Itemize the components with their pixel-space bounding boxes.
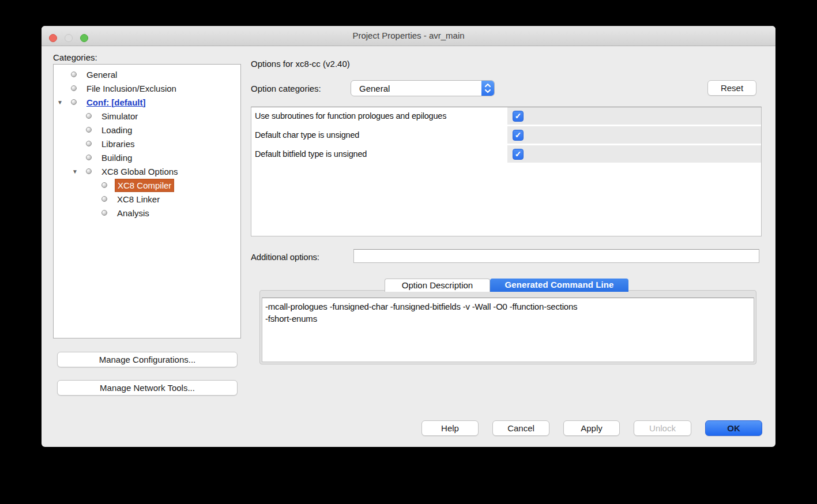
tree-item-conf-default[interactable]: ▼ Conf: [default] xyxy=(54,95,240,109)
options-heading: Options for xc8-cc (v2.40) xyxy=(251,59,350,69)
apply-button[interactable]: Apply xyxy=(563,420,620,436)
table-row: Default char type is unsigned ✓ xyxy=(251,126,761,144)
manage-configurations-button[interactable]: Manage Configurations... xyxy=(57,352,238,367)
tree-item-xc8-linker[interactable]: XC8 Linker xyxy=(54,192,240,206)
categories-tree: General File Inclusion/Exclusion ▼ Conf:… xyxy=(53,64,241,338)
command-line-text: -fshort-enums xyxy=(265,313,751,325)
additional-options-label: Additional options: xyxy=(251,252,319,262)
option-label: Default char type is unsigned xyxy=(251,126,507,144)
unlock-button: Unlock xyxy=(634,420,691,436)
check-icon: ✓ xyxy=(515,112,522,120)
options-table: Use subroutines for function prologues a… xyxy=(251,107,762,236)
additional-options-input[interactable] xyxy=(353,249,759,263)
checkbox-checked[interactable]: ✓ xyxy=(513,130,524,141)
tree-item-building[interactable]: Building xyxy=(54,151,240,164)
node-circle-icon xyxy=(101,210,107,216)
tree-item-xc8-compiler[interactable]: XC8 Compiler xyxy=(54,178,240,192)
tab-option-description[interactable]: Option Description xyxy=(385,279,490,292)
node-circle-icon xyxy=(71,99,77,105)
node-circle-icon xyxy=(86,141,92,146)
check-icon: ✓ xyxy=(515,131,522,139)
option-label: Default bitfield type is unsigned xyxy=(251,145,507,163)
ok-button[interactable]: OK xyxy=(705,420,762,436)
dropdown-stepper-icon xyxy=(481,81,494,96)
node-circle-icon xyxy=(71,72,77,77)
check-icon: ✓ xyxy=(515,150,522,158)
node-circle-icon xyxy=(86,127,92,133)
option-categories-label: Option categories: xyxy=(251,84,321,93)
help-button[interactable]: Help xyxy=(421,420,479,436)
table-row: Default bitfield type is unsigned ✓ xyxy=(251,145,761,163)
manage-network-tools-button[interactable]: Manage Network Tools... xyxy=(57,380,238,396)
node-circle-icon xyxy=(101,196,107,202)
expand-arrow-icon[interactable]: ▼ xyxy=(57,99,63,106)
table-row: Use subroutines for function prologues a… xyxy=(251,107,761,125)
option-categories-select[interactable]: General xyxy=(351,80,495,96)
tab-generated-command-line[interactable]: Generated Command Line xyxy=(490,279,628,292)
project-properties-dialog: Project Properties - avr_main Categories… xyxy=(42,26,775,447)
tree-item-file-inclusion-exclusion[interactable]: File Inclusion/Exclusion xyxy=(54,81,240,95)
node-circle-icon xyxy=(86,168,92,174)
node-circle-icon xyxy=(86,113,92,119)
tree-item-loading[interactable]: Loading xyxy=(54,123,240,137)
tree-item-general[interactable]: General xyxy=(54,67,240,81)
command-line-textarea[interactable]: -mcall-prologues -funsigned-char -funsig… xyxy=(262,298,754,362)
expand-arrow-icon[interactable]: ▼ xyxy=(72,168,78,175)
categories-label: Categories: xyxy=(53,52,97,62)
tree-item-analysis[interactable]: Analysis xyxy=(54,206,240,220)
tree-item-xc8-global-options[interactable]: ▼ XC8 Global Options xyxy=(54,164,240,178)
node-circle-icon xyxy=(101,182,107,188)
tree-item-libraries[interactable]: Libraries xyxy=(54,137,240,151)
reset-button[interactable]: Reset xyxy=(707,80,756,96)
node-circle-icon xyxy=(71,85,77,91)
window-title: Project Properties - avr_main xyxy=(42,26,775,46)
option-label: Use subroutines for function prologues a… xyxy=(251,107,507,125)
node-circle-icon xyxy=(86,155,92,160)
title-bar[interactable]: Project Properties - avr_main xyxy=(42,26,775,46)
tree-item-simulator[interactable]: Simulator xyxy=(54,109,240,123)
checkbox-checked[interactable]: ✓ xyxy=(513,149,524,160)
command-line-text: -mcall-prologues -funsigned-char -funsig… xyxy=(265,300,751,313)
checkbox-checked[interactable]: ✓ xyxy=(513,111,524,122)
cancel-button[interactable]: Cancel xyxy=(492,420,549,436)
option-categories-value: General xyxy=(351,84,481,93)
